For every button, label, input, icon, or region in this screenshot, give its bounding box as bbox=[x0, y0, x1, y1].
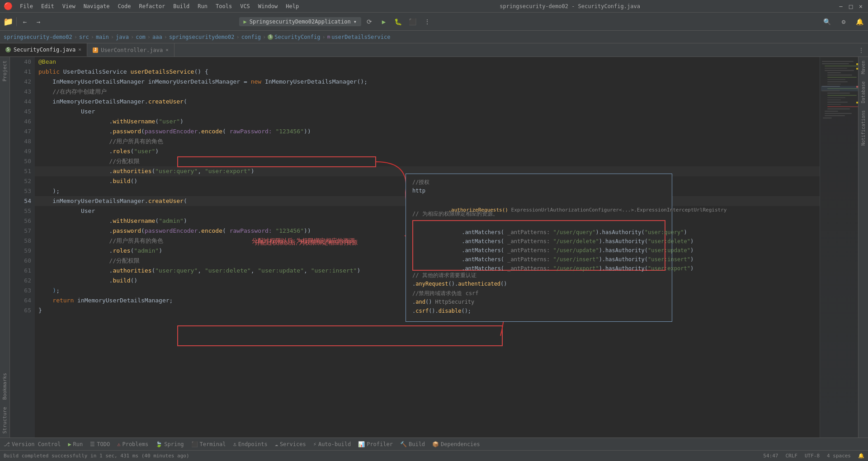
run-button[interactable]: ▶ bbox=[377, 15, 390, 28]
minimize-button[interactable]: − bbox=[837, 3, 844, 10]
svg-rect-26 bbox=[825, 113, 852, 114]
menu-code[interactable]: Code bbox=[114, 2, 135, 10]
run-configuration[interactable]: ▶ SpringsecurityDemo02Application ▾ bbox=[239, 17, 361, 26]
bookmarks-panel-tab[interactable]: Bookmarks bbox=[0, 369, 9, 404]
breadcrumb-securityconfig[interactable]: SecurityConfig bbox=[274, 34, 320, 40]
svg-rect-32 bbox=[856, 102, 858, 103]
svg-rect-18 bbox=[827, 95, 857, 96]
status-run[interactable]: ▶ Run bbox=[68, 441, 83, 447]
maximize-button[interactable]: □ bbox=[847, 3, 854, 10]
menu-vcs[interactable]: VCS bbox=[236, 2, 254, 10]
svg-rect-31 bbox=[856, 86, 858, 88]
kw-public: public bbox=[38, 67, 63, 77]
breadcrumb-method[interactable]: userDetailsService bbox=[331, 34, 390, 40]
database-panel-tab[interactable]: Database bbox=[859, 78, 868, 107]
status-endpoints[interactable]: ⚓ Endpoints bbox=[233, 441, 267, 447]
status-autobuild[interactable]: ⚡ Auto-build bbox=[313, 441, 351, 447]
tab-overflow-button[interactable]: ⋮ bbox=[858, 47, 864, 54]
debug-button[interactable]: 🐛 bbox=[392, 15, 405, 28]
breadcrumb-com[interactable]: com bbox=[136, 34, 146, 40]
minimap-svg bbox=[821, 59, 858, 330]
menu-view[interactable]: View bbox=[59, 2, 79, 10]
refresh-button[interactable]: ⟳ bbox=[363, 15, 376, 28]
svg-rect-19 bbox=[827, 97, 845, 98]
terminal-icon: ⬛ bbox=[191, 441, 198, 447]
editor-main: 40 41 42 43 44 45 46 47 48 49 50 51 52 5… bbox=[10, 57, 858, 437]
version-control-label: Version Control bbox=[12, 441, 61, 447]
status-version-control[interactable]: ⎇ Version Control bbox=[4, 441, 61, 447]
line-num-53: 53 bbox=[12, 186, 31, 196]
project-panel-tab[interactable]: Project bbox=[0, 57, 9, 85]
maven-panel-tab[interactable]: Maven bbox=[859, 57, 868, 78]
menu-help[interactable]: Help bbox=[282, 2, 302, 10]
cursor-position[interactable]: 54:47 bbox=[763, 453, 778, 459]
minimap[interactable] bbox=[820, 57, 858, 437]
popup-line-csrf: .csrf().disable(); bbox=[412, 308, 665, 317]
tab-usercontroller-close[interactable]: × bbox=[165, 47, 169, 53]
status-problems[interactable]: ⚠ Problems bbox=[117, 441, 148, 447]
tab-usercontroller[interactable]: J UserController.java × bbox=[87, 43, 175, 56]
breadcrumb-java[interactable]: java bbox=[116, 34, 129, 40]
breadcrumb-sep-1: › bbox=[91, 34, 94, 40]
structure-panel-tab[interactable]: Structure bbox=[0, 403, 9, 437]
svg-rect-25 bbox=[825, 111, 838, 112]
status-build[interactable]: 🔨 Build bbox=[400, 441, 425, 447]
close-button[interactable]: × bbox=[857, 3, 864, 10]
line-num-61: 61 bbox=[12, 266, 31, 276]
stop-button[interactable]: ⬛ bbox=[406, 15, 419, 28]
breadcrumb-src[interactable]: src bbox=[79, 34, 89, 40]
back-button[interactable]: ← bbox=[19, 15, 31, 28]
main-area: Project Bookmarks Structure 40 41 42 43 … bbox=[0, 57, 868, 437]
menu-navigate[interactable]: Navigate bbox=[80, 2, 113, 10]
status-terminal[interactable]: ⬛ Terminal bbox=[191, 441, 226, 447]
run-config-dropdown[interactable]: ▾ bbox=[354, 19, 357, 25]
line-num-54: 54 bbox=[12, 196, 31, 206]
notifications-button[interactable]: 🔔 bbox=[854, 15, 866, 28]
breadcrumb-main[interactable]: main bbox=[96, 34, 109, 40]
menu-edit[interactable]: Edit bbox=[38, 2, 58, 10]
project-icon[interactable]: 📁 bbox=[2, 15, 14, 28]
status-services[interactable]: ☁ Services bbox=[275, 441, 306, 447]
status-spring[interactable]: 🍃 Spring bbox=[156, 441, 184, 447]
encoding[interactable]: UTF-8 bbox=[805, 453, 820, 459]
tab-securityconfig-close[interactable]: × bbox=[78, 47, 81, 52]
menu-tools[interactable]: Tools bbox=[212, 2, 236, 10]
endpoints-label: Endpoints bbox=[238, 441, 268, 447]
breadcrumb-aaa[interactable]: aaa bbox=[152, 34, 162, 40]
annotation-label: 分配过权限以后, 为权限绑定相应的资源 bbox=[252, 237, 355, 245]
toolbar: 📁 ← → ▶ SpringsecurityDemo02Application … bbox=[0, 13, 868, 31]
breadcrumb-sep-4: › bbox=[147, 34, 151, 40]
line-num-58: 58 bbox=[12, 236, 31, 246]
breadcrumb-project[interactable]: springsecurity-demo02 bbox=[4, 34, 72, 40]
menu-refactor[interactable]: Refactor bbox=[135, 2, 169, 10]
status-dependencies[interactable]: 📦 Dependencies bbox=[432, 441, 480, 447]
build-message: Build completed successfully in 1 sec, 4… bbox=[4, 453, 189, 459]
line-num-62: 62 bbox=[12, 276, 31, 286]
code-paren-1: () { bbox=[194, 67, 208, 77]
tab-securityconfig[interactable]: S SecurityConfig.java × bbox=[0, 43, 87, 56]
search-button[interactable]: 🔍 bbox=[821, 15, 834, 28]
notifications-panel-tab[interactable]: Notifications bbox=[859, 107, 868, 149]
forward-button[interactable]: → bbox=[32, 15, 45, 28]
status-todo[interactable]: ☰ TODO bbox=[90, 441, 110, 447]
menu-build[interactable]: Build bbox=[170, 2, 193, 10]
dependencies-icon: 📦 bbox=[432, 441, 439, 447]
more-button[interactable]: ⋮ bbox=[421, 15, 434, 28]
breadcrumb-springsecuritydemo02[interactable]: springsecuritydemo02 bbox=[169, 34, 235, 40]
line-num-64: 64 bbox=[12, 296, 31, 306]
indent-settings[interactable]: 4 spaces bbox=[827, 453, 851, 459]
settings-button[interactable]: ⚙ bbox=[837, 15, 850, 28]
line-separator[interactable]: CRLF bbox=[785, 453, 797, 459]
code-line-49: .roles("user") bbox=[35, 146, 820, 156]
breadcrumb-config[interactable]: config bbox=[241, 34, 261, 40]
profiler-label: Profiler bbox=[367, 441, 393, 447]
code-line-45: User bbox=[35, 107, 820, 117]
menu-run[interactable]: Run bbox=[194, 2, 211, 10]
line-num-42: 42 bbox=[12, 77, 31, 87]
menu-file[interactable]: File bbox=[16, 2, 37, 10]
code-line-44: inMemoryUserDetailsManager.createUser( bbox=[35, 97, 820, 107]
code-area[interactable]: @Bean public UserDetailsService userDeta… bbox=[35, 57, 820, 437]
status-profiler[interactable]: 📊 Profiler bbox=[358, 441, 393, 447]
window-title: springsecurity-demo02 - SecurityConfig.j… bbox=[500, 3, 640, 9]
menu-window[interactable]: Window bbox=[255, 2, 281, 10]
